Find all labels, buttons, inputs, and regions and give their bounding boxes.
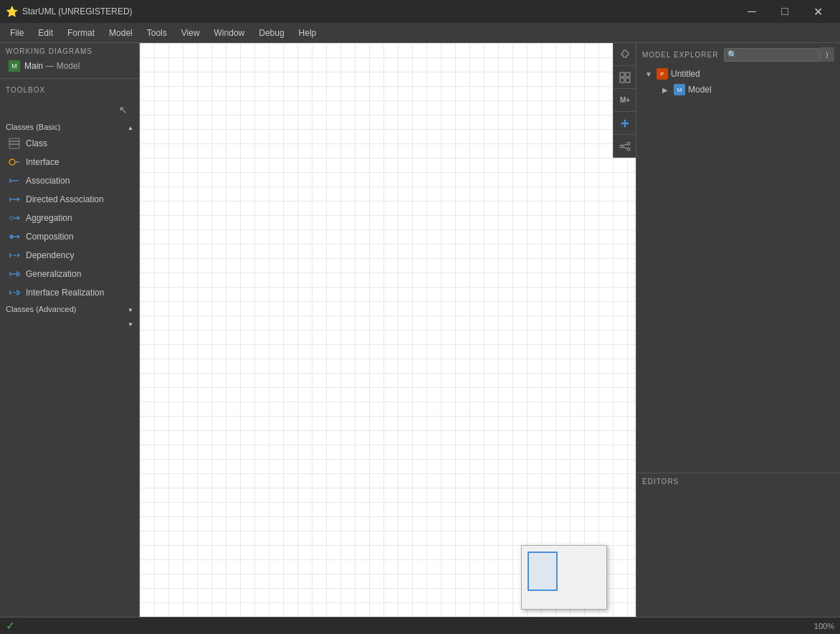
untitled-label: Untitled — [671, 69, 700, 79]
toolbox-item-association[interactable]: Association — [0, 171, 139, 190]
directed-association-label: Directed Association — [26, 194, 104, 204]
puzzle-tool-button[interactable] — [614, 43, 636, 66]
toolbox-section-classes-basic[interactable]: Classes (Basic) — [0, 120, 139, 134]
generalization-label: Generalization — [26, 269, 81, 279]
model-explorer-panel: MODEL EXPLORER 🔍 ⟩ ▼ P Untitled ▶ M — [636, 43, 840, 473]
section-label: Classes (Basic) — [6, 123, 60, 131]
canvas-grid — [140, 43, 636, 617]
toolbox-item-aggregation[interactable]: Aggregation — [0, 209, 139, 227]
directed-association-icon — [9, 194, 20, 205]
model-search-box[interactable]: 🔍 — [724, 48, 820, 62]
toolbox-item-dependency[interactable]: Dependency — [0, 246, 139, 265]
working-diagrams-panel: WORKING DIAGRAMS M Main — Model — [0, 43, 139, 79]
aggregation-icon — [9, 212, 20, 224]
window-controls: ─ □ ✕ — [735, 0, 834, 23]
tree-item-model[interactable]: ▶ M Model — [659, 82, 834, 98]
menu-item-file[interactable]: File — [3, 25, 31, 41]
minimap — [521, 545, 607, 610]
package-icon: P — [657, 68, 668, 80]
toolbox-item-directed-association[interactable]: Directed Association — [0, 190, 139, 209]
diagram-item-main[interactable]: M Main — Model — [6, 58, 133, 74]
titlebar-left: ⭐ StarUML (UNREGISTERED) — [6, 6, 133, 17]
svg-point-3 — [9, 159, 15, 165]
menu-item-debug[interactable]: Debug — [252, 25, 291, 41]
diagram-label: Main — Model — [24, 61, 80, 71]
close-button[interactable]: ✕ — [801, 0, 834, 23]
dependency-icon — [9, 250, 20, 261]
status-ok-icon: ✓ — [6, 619, 15, 633]
model-icon: M — [674, 84, 685, 95]
right-panel: MODEL EXPLORER 🔍 ⟩ ▼ P Untitled ▶ M — [636, 43, 840, 617]
menu-item-help[interactable]: Help — [292, 25, 324, 41]
svg-marker-18 — [17, 253, 20, 257]
svg-point-29 — [620, 145, 623, 148]
svg-rect-27 — [620, 78, 624, 82]
toolbox-item-interface-realization[interactable]: Interface Realization — [0, 283, 139, 302]
app-icon: ⭐ — [6, 6, 18, 17]
toolbox-item-generalization[interactable]: Generalization — [0, 265, 139, 283]
tree-children: ▶ M Model — [642, 82, 834, 98]
menu-item-format[interactable]: Format — [60, 25, 102, 41]
svg-point-31 — [627, 148, 630, 151]
toolbox-section-relations[interactable] — [0, 316, 139, 331]
toolbox-panel: TOOLBOX ↖ Classes (Basic) Class — [0, 79, 139, 617]
aggregation-label: Aggregation — [26, 213, 72, 223]
share-tool-button[interactable] — [614, 135, 636, 158]
association-icon — [9, 175, 20, 186]
menu-item-tools[interactable]: Tools — [140, 25, 174, 41]
zoom-level: 100% — [814, 622, 834, 630]
interface-realization-label: Interface Realization — [26, 288, 104, 298]
svg-rect-25 — [620, 72, 624, 77]
menu-item-model[interactable]: Model — [102, 25, 140, 41]
cursor-area: ↖ — [0, 100, 139, 120]
association-label: Association — [26, 176, 70, 186]
svg-point-30 — [627, 142, 630, 145]
model-label: Model — [688, 85, 712, 95]
status-left: ✓ — [6, 619, 15, 633]
editors-panel: EDITORS — [636, 473, 840, 617]
main-content: WORKING DIAGRAMS M Main — Model TOOLBOX … — [0, 43, 840, 617]
model-tree: ▼ P Untitled ▶ M Model — [642, 66, 834, 98]
grid-tool-button[interactable] — [614, 66, 636, 89]
toolbox-item-class[interactable]: Class — [0, 134, 139, 153]
tree-item-untitled[interactable]: ▼ P Untitled — [642, 66, 834, 82]
minimize-button[interactable]: ─ — [735, 0, 768, 23]
svg-rect-0 — [9, 138, 19, 141]
svg-marker-14 — [9, 235, 14, 239]
toolbox-section-classes-advanced[interactable]: Classes (Advanced) — [0, 302, 139, 316]
menu-item-edit[interactable]: Edit — [31, 25, 60, 41]
markdown-tool-button[interactable]: M+ — [614, 89, 636, 112]
model-explorer-expand-button[interactable]: ⟩ — [820, 47, 834, 62]
canvas-area: M+ — [140, 43, 636, 617]
interface-icon — [9, 156, 20, 168]
svg-rect-28 — [626, 78, 630, 82]
app-title: StarUML (UNREGISTERED) — [22, 6, 133, 16]
svg-line-33 — [623, 147, 627, 148]
generalization-icon — [9, 268, 20, 280]
svg-line-32 — [623, 144, 627, 146]
tree-arrow-icon: ▼ — [645, 70, 654, 78]
menu-item-view[interactable]: View — [174, 25, 207, 41]
maximize-button[interactable]: □ — [768, 0, 801, 23]
toolbox-title: TOOLBOX — [0, 83, 139, 100]
svg-marker-21 — [17, 272, 20, 276]
advanced-section-label: Classes (Advanced) — [6, 305, 76, 313]
toolbox-item-composition[interactable]: Composition — [0, 227, 139, 246]
svg-rect-1 — [9, 141, 19, 144]
main-canvas[interactable] — [140, 43, 636, 617]
editors-title: EDITORS — [642, 478, 834, 486]
search-input[interactable] — [740, 50, 816, 59]
diagram-icon: M — [9, 60, 20, 72]
svg-marker-15 — [17, 235, 20, 239]
chevron-down-icon-2 — [128, 319, 133, 328]
move-tool-button[interactable] — [614, 112, 636, 135]
canvas-toolbar: M+ — [613, 43, 636, 158]
svg-rect-26 — [626, 72, 630, 77]
minimap-viewport — [528, 552, 558, 591]
menu-item-window[interactable]: Window — [207, 25, 252, 41]
menubar: FileEditFormatModelToolsViewWindowDebugH… — [0, 23, 840, 43]
svg-marker-12 — [17, 216, 20, 220]
chevron-up-icon — [128, 123, 133, 131]
toolbox-item-interface[interactable]: Interface — [0, 153, 139, 171]
svg-marker-9 — [17, 197, 20, 202]
